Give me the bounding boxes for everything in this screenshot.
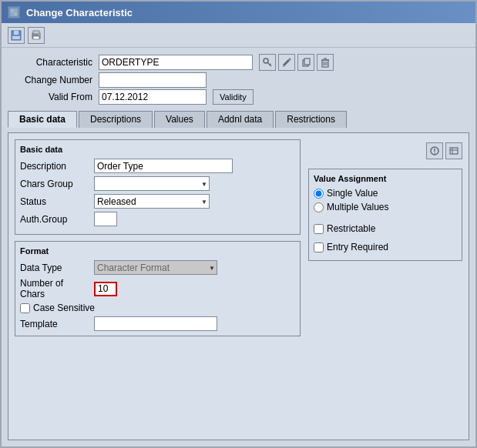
action-icons <box>259 54 334 71</box>
basic-data-title: Basic data <box>20 145 295 154</box>
entry-required-label: Entry Required <box>327 242 388 252</box>
svg-line-12 <box>270 64 271 65</box>
main-window: Change Characteristic Characteristic <box>0 0 477 448</box>
toolbar <box>2 23 475 48</box>
restrictable-label: Restrictable <box>327 223 375 234</box>
delete-icon[interactable] <box>317 54 334 71</box>
entry-required-checkbox[interactable] <box>314 242 324 252</box>
characteristic-input[interactable] <box>99 55 253 70</box>
format-section: Format Data Type Character Format Numeri… <box>15 241 301 336</box>
change-number-input[interactable] <box>99 72 207 88</box>
data-type-select-wrapper: Character Format Numeric Date <box>94 260 217 275</box>
svg-rect-25 <box>450 148 458 154</box>
toolbar-print-btn[interactable] <box>28 27 45 44</box>
left-panel: Basic data Description Chars Group <box>15 139 301 433</box>
auth-group-row: Auth.Group <box>20 212 295 226</box>
multiple-values-radio[interactable] <box>314 202 324 212</box>
svg-rect-1 <box>11 9 14 12</box>
tab-values[interactable]: Values <box>154 111 205 128</box>
svg-point-24 <box>434 152 435 154</box>
entry-required-row: Entry Required <box>314 242 457 252</box>
template-label: Template <box>20 319 89 329</box>
valid-from-label: Valid From <box>8 92 92 102</box>
value-assignment-section: Value Assignment Single Value Multiple V… <box>308 169 462 261</box>
tab-addnl-data[interactable]: Addnl data <box>207 111 274 128</box>
tabs: Basic data Descriptions Values Addnl dat… <box>8 111 469 128</box>
svg-rect-2 <box>14 12 17 15</box>
status-select-wrapper: Released In Preparation Locked <box>94 194 210 209</box>
chars-group-label: Chars Group <box>20 179 89 189</box>
format-title: Format <box>20 246 295 256</box>
tab-basic-data[interactable]: Basic data <box>8 111 77 128</box>
case-sensitive-checkbox[interactable] <box>20 303 30 313</box>
data-type-label: Data Type <box>20 262 89 273</box>
status-label: Status <box>20 196 89 207</box>
value-assignment-title: Value Assignment <box>314 174 457 183</box>
header-form: Characteristic <box>8 54 469 106</box>
multiple-values-row: Multiple Values <box>314 202 457 212</box>
num-chars-input[interactable] <box>94 282 117 296</box>
template-row: Template <box>20 316 295 331</box>
status-select[interactable]: Released In Preparation Locked <box>94 194 210 209</box>
svg-rect-15 <box>304 59 310 65</box>
characteristic-label: Characteristic <box>8 57 92 68</box>
svg-rect-7 <box>33 31 39 34</box>
right-panel: Value Assignment Single Value Multiple V… <box>308 139 462 433</box>
svg-rect-8 <box>33 36 39 39</box>
num-chars-row: Number of Chars <box>20 278 295 299</box>
svg-rect-5 <box>12 36 20 39</box>
tab-content: Basic data Description Chars Group <box>8 132 469 440</box>
window-title: Change Characteristic <box>26 7 133 18</box>
case-sensitive-label: Case Sensitive <box>33 303 95 313</box>
validity-button[interactable]: Validity <box>213 89 254 105</box>
right-info-icon[interactable] <box>445 142 462 159</box>
restrictable-row: Restrictable <box>314 223 457 234</box>
svg-rect-9 <box>39 34 40 35</box>
auth-group-label: Auth.Group <box>20 214 89 225</box>
tab-descriptions[interactable]: Descriptions <box>79 111 153 128</box>
chars-group-row: Chars Group <box>20 176 295 191</box>
single-value-radio[interactable] <box>314 189 324 199</box>
description-row: Description <box>20 159 295 173</box>
key-icon[interactable] <box>259 54 276 71</box>
copy-icon[interactable] <box>297 54 314 71</box>
chars-group-select-wrapper <box>94 176 210 191</box>
description-label: Description <box>20 161 89 172</box>
change-number-label: Change Number <box>8 75 92 85</box>
restrictable-checkbox[interactable] <box>314 224 324 234</box>
basic-data-section: Basic data Description Chars Group <box>15 139 301 235</box>
case-sensitive-row: Case Sensitive <box>20 303 295 313</box>
data-type-row: Data Type Character Format Numeric Date <box>20 260 295 275</box>
template-input[interactable] <box>94 316 217 331</box>
right-edit-icon[interactable] <box>426 142 443 159</box>
chars-group-select[interactable] <box>94 176 210 191</box>
title-bar: Change Characteristic <box>2 2 475 23</box>
change-number-row: Change Number <box>8 72 469 88</box>
data-type-select[interactable]: Character Format Numeric Date <box>94 260 217 275</box>
single-value-label: Single Value <box>327 188 378 199</box>
svg-rect-4 <box>14 31 18 35</box>
svg-point-10 <box>264 59 268 63</box>
status-row: Status Released In Preparation Locked <box>20 194 295 209</box>
toolbar-save-btn[interactable] <box>8 27 25 44</box>
characteristic-row: Characteristic <box>8 54 469 71</box>
single-value-row: Single Value <box>314 188 457 199</box>
main-content: Characteristic <box>2 48 475 446</box>
num-chars-label: Number of Chars <box>20 278 89 299</box>
valid-from-row: Valid From Validity <box>8 89 469 105</box>
window-icon <box>8 6 20 18</box>
description-input[interactable] <box>94 159 233 173</box>
tab-restrictions[interactable]: Restrictions <box>275 111 347 128</box>
valid-from-input[interactable] <box>99 89 207 105</box>
right-icons <box>308 139 462 162</box>
auth-group-input[interactable] <box>94 212 117 226</box>
multiple-values-label: Multiple Values <box>327 202 388 212</box>
edit-icon[interactable] <box>278 54 295 71</box>
